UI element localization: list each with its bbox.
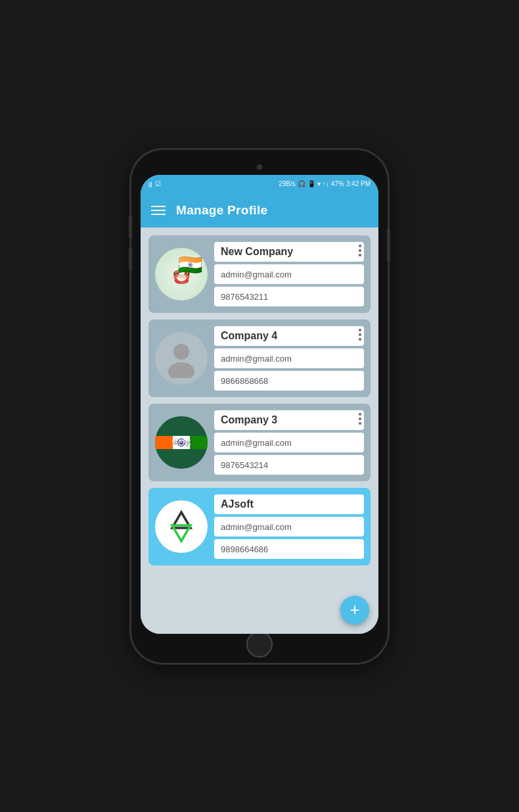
avatar-new-company: 🪆 — [155, 248, 208, 300]
hamburger-line-1 — [151, 206, 166, 207]
hamburger-line-3 — [151, 214, 166, 215]
add-profile-fab[interactable]: + — [340, 596, 369, 625]
email-field-4: admin@gmail.com — [214, 517, 364, 537]
person-silhouette-icon — [162, 339, 201, 378]
menu-dot — [359, 338, 361, 341]
menu-dot — [359, 249, 361, 252]
profile-card-ajsoft[interactable]: AJsoft admin@gmail.com 9898664686 — [148, 488, 371, 565]
email-field-1: admin@gmail.com — [214, 264, 364, 284]
card-menu-button-1[interactable] — [356, 242, 364, 259]
menu-dot — [359, 418, 361, 420]
company-name-2: Company 4 — [221, 330, 277, 341]
company-name-4: AJsoft — [221, 498, 254, 510]
page-title: Manage Profile — [176, 203, 267, 218]
menu-dot — [359, 497, 361, 500]
company-name-field-2: Company 4 — [214, 326, 364, 346]
hamburger-line-2 — [151, 210, 166, 211]
avatar-india-illustration: 🪆 — [155, 248, 208, 300]
svg-point-0 — [173, 344, 189, 360]
phone-field-1: 9876543211 — [214, 287, 364, 306]
volume-down-button[interactable] — [129, 247, 132, 270]
status-bar: g ☑ 29B/s 🎧 📱 ▾ ↑↓ 47% 3:42 PM — [141, 175, 378, 193]
company-name-3: Company 3 — [221, 414, 277, 425]
phone-field-2: 9866868668 — [214, 371, 364, 391]
flag-stripe-green — [190, 436, 208, 449]
phone-1: 9876543211 — [221, 292, 268, 302]
status-left-icons: g ☑ — [148, 180, 161, 187]
phone-2: 9866868668 — [221, 376, 268, 386]
email-3: admin@gmail.com — [221, 438, 292, 448]
hamburger-menu-button[interactable] — [151, 206, 166, 215]
phone-field-4: 9898664686 — [214, 539, 364, 559]
front-camera — [257, 164, 262, 170]
card-info-new-company: New Company admin@gmail.com 9876543211 — [214, 242, 364, 306]
profile-list: 🪆 New Company admin@gmail.com 9876543211 — [141, 227, 378, 634]
email-2: admin@gmail.com — [221, 354, 292, 364]
headphone-icon: 🎧 — [298, 180, 305, 187]
menu-dot — [359, 502, 361, 504]
phone-top — [141, 162, 378, 172]
email-4: admin@gmail.com — [221, 522, 292, 532]
phone-icon: 📱 — [307, 180, 315, 187]
phone-bottom — [141, 638, 378, 651]
phone-3: 9876543214 — [221, 460, 268, 470]
menu-dot — [359, 329, 361, 331]
menu-dot — [359, 245, 361, 247]
g-icon: g — [148, 180, 152, 187]
email-field-2: admin@gmail.com — [214, 348, 364, 368]
email-field-3: admin@gmail.com — [214, 433, 364, 452]
profile-card-new-company[interactable]: 🪆 New Company admin@gmail.com 9876543211 — [148, 235, 371, 313]
menu-dot — [359, 422, 361, 425]
avatar-company-3: वंदे मातृम् — [155, 416, 208, 469]
company-name-1: New Company — [221, 246, 293, 257]
app-bar: Manage Profile — [141, 193, 378, 227]
network-speed: 29B/s — [279, 180, 296, 187]
company-name-field-4: AJsoft — [214, 494, 364, 514]
card-menu-button-3[interactable] — [356, 410, 364, 427]
menu-dot — [359, 254, 361, 256]
avatar-ajsoft — [155, 500, 208, 553]
status-right-info: 29B/s 🎧 📱 ▾ ↑↓ 47% 3:42 PM — [279, 180, 371, 187]
phone-device: g ☑ 29B/s 🎧 📱 ▾ ↑↓ 47% 3:42 PM Manage Pr… — [131, 150, 388, 663]
profile-card-company-3[interactable]: वंदे मातृम् Company 3 admin@gmail.com 98… — [148, 404, 371, 481]
menu-dot — [359, 506, 361, 509]
card-info-company-4: Company 4 admin@gmail.com 9866868668 — [214, 326, 364, 391]
menu-dot — [359, 333, 361, 336]
profile-card-company-4[interactable]: Company 4 admin@gmail.com 9866868668 — [148, 320, 371, 397]
battery-level: 47% — [331, 180, 344, 187]
company-name-field-1: New Company — [214, 242, 364, 262]
email-1: admin@gmail.com — [221, 270, 292, 279]
card-menu-button-2[interactable] — [356, 326, 364, 343]
company-name-field-3: Company 3 — [214, 410, 364, 430]
card-menu-button-4[interactable] — [356, 494, 364, 512]
power-button[interactable] — [387, 229, 390, 262]
menu-dot — [359, 413, 361, 416]
clipboard-icon: ☑ — [155, 180, 161, 187]
card-info-ajsoft: AJsoft admin@gmail.com 9898664686 — [214, 494, 364, 559]
home-button[interactable] — [246, 631, 273, 657]
wifi-icon: ▾ — [317, 180, 321, 187]
ajsoft-logo — [162, 507, 201, 546]
flag-stripe-saffron — [155, 436, 173, 449]
phone-4: 9898664686 — [221, 544, 268, 554]
volume-up-button[interactable] — [129, 216, 132, 239]
phone-screen: g ☑ 29B/s 🎧 📱 ▾ ↑↓ 47% 3:42 PM Manage Pr… — [141, 175, 378, 634]
card-info-company-3: Company 3 admin@gmail.com 9876543214 — [214, 410, 364, 475]
avatar-company-4 — [155, 332, 208, 385]
clock: 3:42 PM — [346, 180, 371, 187]
svg-point-1 — [168, 362, 194, 378]
phone-field-3: 9876543214 — [214, 455, 364, 475]
vande-mataram-text: वंदे मातृम् — [172, 439, 191, 446]
signal-icon: ↑↓ — [323, 180, 329, 187]
